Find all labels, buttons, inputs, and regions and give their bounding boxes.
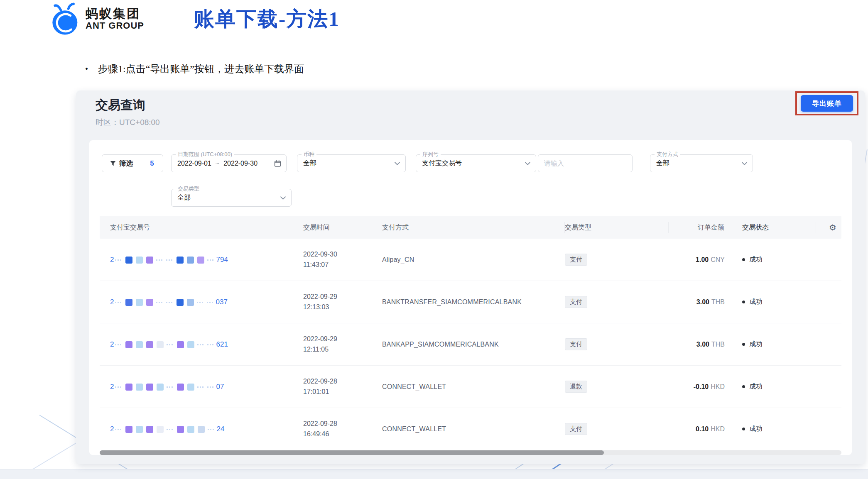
amount-currency: THB [711,341,725,348]
logo-text-en: ANT GROUP [86,20,144,31]
payment-method: Alipay_CN [382,256,565,264]
type-tag: 支付 [565,254,587,266]
transaction-type-cell: 支付 [565,254,669,266]
mask-dash [207,344,215,345]
mask-block [177,426,184,433]
col-header-time: 交易时间 [303,222,382,233]
status-text: 成功 [749,340,763,347]
mask-block [146,426,153,433]
mask-block [187,341,194,348]
status-dot [742,385,745,388]
date-separator: ~ [216,160,219,167]
date-start-value: 2022-09-01 [177,160,211,167]
mask-block [177,384,184,391]
transaction-status: 成功 [737,340,816,349]
masked-id-blocks [114,383,216,391]
transaction-id-link[interactable]: 2621 [100,340,303,349]
filter-count-badge[interactable]: 5 [141,155,163,172]
table-row: 2794 2022-09-3011:43:07 Alipay_CN 支付 1.0… [100,239,841,281]
timezone-label: 时区： [96,118,119,127]
logo-text-cn: 蚂蚁集团 [86,7,144,20]
type-tag: 退款 [565,381,587,393]
timezone-info: 时区：UTC+08:00 [96,117,160,128]
masked-id-blocks [114,340,216,348]
amount-currency: HKD [711,383,725,390]
col-header-status: 交易状态 [737,222,816,233]
id-suffix: 037 [216,298,227,306]
transaction-clock: 16:49:46 [303,429,375,440]
transaction-id-link[interactable]: 2794 [100,256,303,264]
transaction-date: 2022-09-28 [303,419,375,429]
calendar-icon[interactable] [274,160,281,167]
type-tag: 支付 [565,296,587,308]
mask-dash [207,302,214,303]
filter-button-label: 筛选 [119,159,133,168]
id-suffix: 07 [216,383,224,391]
transaction-id-link[interactable]: 224 [100,425,303,433]
slide: 蚂蚁集团 ANT GROUP 账单下载-方法1 • 步骤1:点击“导出账单”按钮… [0,0,868,479]
transaction-status: 成功 [737,255,816,264]
status-text: 成功 [749,298,763,305]
mask-block [136,299,143,306]
payment-method-value: 全部 [656,159,669,168]
amount-value: -0.10 [694,383,709,390]
transaction-type-select[interactable]: 交易类型 全部 [171,189,292,207]
serial-input-field[interactable] [538,154,633,172]
mask-dash [166,302,174,303]
transaction-type-cell: 退款 [565,381,669,393]
export-highlight-box: 导出账单 [795,91,858,115]
mask-dash [115,259,123,261]
scrollbar-thumb[interactable] [100,450,604,455]
mask-block [125,257,132,264]
mask-dash [115,302,123,303]
serial-number-value: 支付宝交易号 [422,159,462,168]
transaction-clock: 17:01:01 [303,387,375,397]
status-dot [742,258,745,261]
gear-icon[interactable]: ⚙ [829,222,836,232]
serial-input[interactable] [544,160,626,167]
transaction-id-link[interactable]: 207 [100,383,303,391]
horizontal-scrollbar[interactable] [100,450,841,455]
slide-header: 蚂蚁集团 ANT GROUP 账单下载-方法1 [49,2,340,36]
mask-block [146,341,153,348]
id-suffix: 24 [216,425,224,433]
transaction-type-label: 交易类型 [176,185,201,193]
mask-dash [115,344,123,345]
status-text: 成功 [749,256,763,263]
currency-value: 全部 [303,159,316,168]
id-suffix: 794 [216,256,228,264]
mask-block [146,299,153,306]
status-text: 成功 [749,425,763,432]
status-text: 成功 [749,383,763,390]
slide-title: 账单下载-方法1 [194,5,340,33]
mask-dash [197,302,204,303]
transaction-clock: 12:13:03 [303,302,375,313]
filter-button[interactable]: 筛选 5 [102,154,163,172]
mask-block [177,341,184,348]
transaction-id-link[interactable]: 2037 [100,298,303,306]
filter-button-main[interactable]: 筛选 [102,155,141,172]
date-end-value: 2022-09-30 [223,160,257,167]
export-bill-button[interactable]: 导出账单 [801,95,853,112]
payment-method-label: 支付方式 [655,151,680,158]
transaction-type-cell: 支付 [565,423,669,435]
transaction-time: 2022-09-3011:43:07 [303,249,382,270]
transaction-status: 成功 [737,425,816,433]
payment-method: CONNECT_WALLET [382,383,565,391]
payment-method-select[interactable]: 支付方式 全部 [650,154,753,172]
chevron-down-icon [525,162,530,165]
transaction-status: 成功 [737,298,816,306]
mask-dash [167,429,174,430]
mask-block [146,257,153,264]
mask-block [136,341,143,348]
order-amount: -0.10HKD [669,383,737,391]
serial-number-select[interactable]: 序列号 支付宝交易号 [416,154,536,172]
mask-dash [207,386,215,388]
mask-dash [197,386,205,388]
table-header-row: 支付宝交易号 交易时间 支付方式 交易类型 订单金额 交易状态 ⚙ [100,216,841,239]
transaction-status: 成功 [737,382,816,391]
date-range-field[interactable]: 日期范围 (UTC+08:00) 2022-09-01 ~ 2022-09-30 [171,154,287,172]
mask-block [198,426,205,433]
payment-method: BANKTRANSFER_SIAMCOMMERICALBANK [382,298,565,306]
currency-select[interactable]: 币种 全部 [297,154,406,172]
